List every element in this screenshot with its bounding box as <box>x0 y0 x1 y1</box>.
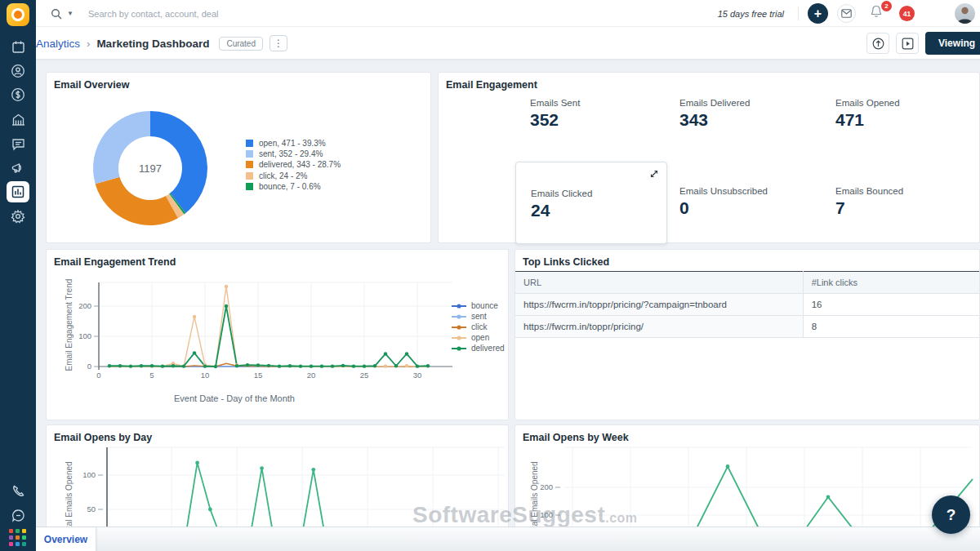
legend-item[interactable]: delivered <box>452 343 505 353</box>
legend-item[interactable]: sent <box>452 311 505 322</box>
sidebar-item-marketing[interactable]: ⋮ <box>7 158 29 179</box>
expand-icon[interactable] <box>649 169 659 179</box>
sidebar: ⋮ ⋮ ⋮ ⋮ <box>0 0 36 551</box>
svg-text:20: 20 <box>307 371 316 380</box>
donut-total-value: 1197 <box>126 162 175 175</box>
sidebar-item-phone[interactable] <box>7 480 29 501</box>
phone-icon <box>11 484 25 498</box>
sidebar-item-deals[interactable]: ⋮ <box>7 84 29 105</box>
donut-chart <box>47 73 430 242</box>
gear-icon <box>11 209 25 224</box>
svg-text:100: 100 <box>82 470 96 479</box>
sidebar-item-calendar[interactable] <box>7 36 29 57</box>
email-button[interactable] <box>837 4 856 23</box>
svg-text:200: 200 <box>78 301 91 310</box>
quick-add-button[interactable]: + <box>808 3 828 24</box>
svg-text:30: 30 <box>413 371 422 380</box>
card-email-overview: Email Overview 1197 open, 471 - 39.3% se… <box>46 72 431 243</box>
calendar-icon <box>11 40 25 54</box>
legend-swatch <box>452 313 466 320</box>
link-clicks-cell: 8 <box>803 316 979 338</box>
sidebar-item-analytics-active[interactable] <box>7 181 29 202</box>
user-avatar[interactable] <box>955 3 975 24</box>
legend-swatch <box>452 303 466 309</box>
dashboard-header: Analytics › Marketing Dashboard Curated … <box>36 27 980 60</box>
app-window: ⋮ ⋮ ⋮ ⋮ <box>0 0 980 551</box>
metric-emails-clicked-box[interactable]: Emails Clicked24 <box>515 162 667 244</box>
legend-item[interactable]: click, 24 - 2% <box>246 171 341 181</box>
export-button[interactable] <box>866 33 889 54</box>
legend-swatch <box>452 345 466 352</box>
search-scope-caret-icon[interactable]: ▼ <box>67 10 74 17</box>
chat-bubble-icon <box>11 509 25 522</box>
legend-item[interactable]: delivered, 343 - 28.7% <box>246 159 341 170</box>
chevron-right-icon: › <box>87 38 90 50</box>
sidebar-item-support-chat[interactable] <box>7 504 29 526</box>
sidebar-item-conversations[interactable]: ⋮ <box>7 133 29 154</box>
freshworks-logo-icon[interactable] <box>7 3 29 26</box>
sidebar-item-contacts[interactable]: ⋮ <box>7 60 29 82</box>
contact-icon <box>11 64 25 78</box>
megaphone-icon <box>11 161 25 176</box>
search-input[interactable] <box>88 9 301 19</box>
svg-text:50: 50 <box>87 504 96 513</box>
card-email-engagement: Email Engagement Emails Sent352 Emails D… <box>438 72 980 243</box>
top-bar: ▼ 15 days free trial + 2 41 <box>36 0 980 27</box>
viewing-button[interactable]: Viewing <box>925 32 980 55</box>
svg-text:5: 5 <box>149 371 154 380</box>
drag-handle-icon: ⋮ <box>38 94 43 96</box>
card-email-engagement-trend: Email Engagement Trend 05101520253001002… <box>46 249 509 420</box>
legend-item[interactable]: open <box>452 332 505 343</box>
link-clicks-cell: 16 <box>803 294 979 316</box>
svg-text:100: 100 <box>78 331 91 340</box>
links-table: URL #Link clicks https://fwcrm.in/toppr/… <box>515 271 979 338</box>
legend-item[interactable]: bounce <box>452 300 505 311</box>
building-icon <box>11 113 25 127</box>
chat-icon <box>11 137 25 151</box>
app-switcher-icon[interactable] <box>9 529 27 547</box>
present-button[interactable] <box>896 33 919 54</box>
drag-handle-icon: ⋮ <box>38 167 43 170</box>
trial-text: 15 days free trial <box>718 0 784 27</box>
sidebar-item-settings[interactable] <box>7 206 29 227</box>
counter-badge[interactable]: 41 <box>899 6 915 21</box>
curated-badge: Curated <box>219 37 263 51</box>
svg-text:0: 0 <box>87 362 91 371</box>
breadcrumb-analytics-link[interactable]: Analytics <box>36 38 80 50</box>
legend-swatch <box>452 324 466 331</box>
sidebar-item-accounts[interactable] <box>7 109 29 130</box>
legend-swatch <box>452 335 466 341</box>
drag-handle-icon: ⋮ <box>38 70 43 73</box>
more-options-button[interactable]: ⋮ <box>270 35 287 51</box>
notifications-button[interactable]: 2 <box>869 4 889 24</box>
legend-item[interactable]: click <box>452 322 505 332</box>
deals-icon <box>11 87 25 102</box>
export-icon <box>872 38 884 50</box>
trend-y-axis-label: Email Engagement Trend <box>65 282 74 371</box>
legend-item[interactable]: bounce, 7 - 0.6% <box>246 181 341 192</box>
dashboard-canvas: Email Overview 1197 open, 471 - 39.3% se… <box>36 60 980 551</box>
viewing-label: Viewing <box>938 38 975 49</box>
svg-text:10: 10 <box>201 371 210 380</box>
play-icon <box>902 38 914 50</box>
column-header-link-clicks: #Link clicks <box>803 272 979 294</box>
envelope-icon <box>841 9 852 18</box>
metric-emails-bounced: Emails Bounced7 <box>835 186 980 218</box>
legend-item[interactable]: sent, 352 - 29.4% <box>246 149 341 159</box>
card-title: Top Links Clicked <box>523 256 609 268</box>
link-url-cell: https://fwcrm.in/toppr/pricing/ <box>515 316 803 338</box>
table-row: https://fwcrm.in/toppr/pricing/?campaign… <box>515 294 979 316</box>
help-button[interactable]: ? <box>932 495 970 534</box>
column-header-url: URL <box>515 272 803 294</box>
search-icon[interactable] <box>51 8 62 20</box>
metric-emails-sent: Emails Sent352 <box>530 98 682 130</box>
breadcrumb: Analytics › Marketing Dashboard Curated … <box>36 27 287 60</box>
trend-x-axis-label: Event Date - Day of the Month <box>47 393 422 403</box>
bottom-tab-bar: Overview <box>36 527 980 551</box>
card-top-links-clicked: Top Links Clicked URL #Link clicks https… <box>514 249 980 420</box>
bar-chart-icon <box>11 185 24 198</box>
legend-item[interactable]: open, 471 - 39.3% <box>246 138 341 149</box>
page-title: Marketing Dashboard <box>96 38 209 50</box>
metric-emails-clicked: Emails Clicked24 <box>531 189 683 220</box>
tab-overview[interactable]: Overview <box>36 527 96 551</box>
